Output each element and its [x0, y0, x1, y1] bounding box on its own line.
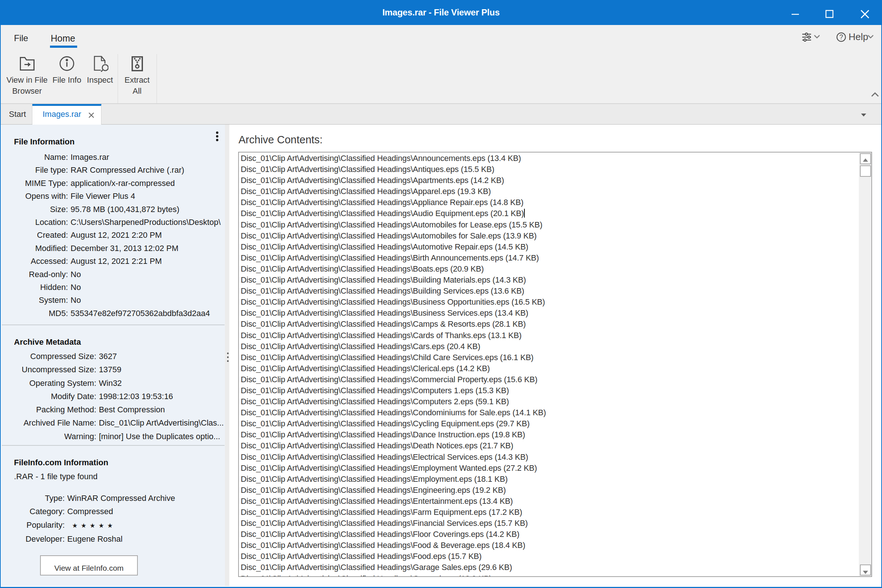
svg-text:?: ?: [839, 33, 843, 41]
